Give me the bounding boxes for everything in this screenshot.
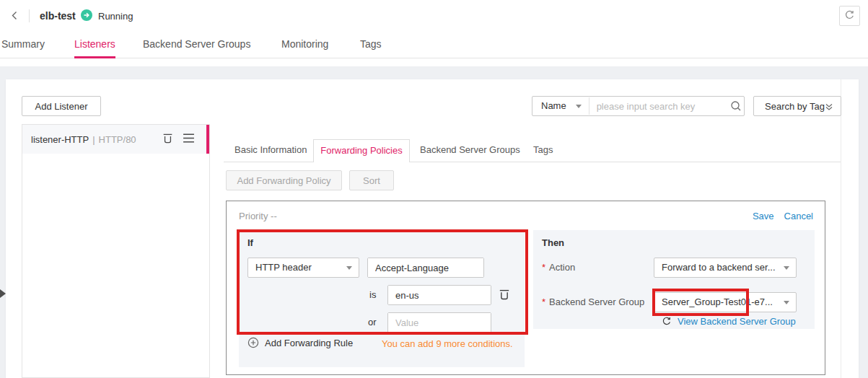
editor-actions: Save Cancel (753, 211, 813, 221)
search-field-select[interactable]: Name (532, 97, 589, 115)
save-button[interactable]: Save (753, 211, 774, 221)
match-value-input[interactable] (388, 286, 491, 304)
then-panel: Then *Action Forward to a backend ser...… (533, 230, 815, 329)
is-label: is (369, 289, 376, 300)
listener-menu-icon[interactable] (183, 133, 195, 146)
then-label: Then (542, 237, 564, 248)
back-button[interactable] (10, 10, 19, 23)
refresh-backend-groups-icon[interactable] (662, 316, 672, 328)
circle-plus-icon (247, 337, 259, 348)
add-forwarding-rule-button[interactable]: Add Forwarding Rule (247, 337, 353, 348)
listener-protocol: HTTP/80 (99, 134, 136, 145)
detail-tab-basic-information[interactable]: Basic Information (234, 144, 307, 155)
caret-down-icon (784, 301, 789, 307)
condition-type-value: HTTP header (255, 262, 312, 273)
header-key-field (367, 258, 484, 278)
main-tabbar: Summary Listeners Backend Server Groups … (0, 32, 868, 58)
caret-down-icon (576, 105, 582, 111)
status-text: Running (98, 11, 133, 22)
match-value-field (387, 285, 491, 305)
double-chevron-down-icon (825, 102, 833, 114)
caret-down-icon (784, 266, 789, 273)
cancel-button[interactable]: Cancel (784, 211, 813, 221)
header-divider (29, 9, 30, 22)
backend-server-group-label: *Backend Server Group (542, 296, 644, 307)
selected-indicator (206, 125, 209, 154)
delete-listener-icon[interactable] (162, 132, 174, 146)
page-title: elb-test (40, 10, 76, 22)
required-marker: * (542, 262, 545, 273)
listener-name: listener-HTTP (31, 134, 89, 145)
priority-label: Priority -- (239, 211, 277, 221)
condition-type-select[interactable]: HTTP header (247, 258, 359, 278)
add-forwarding-rule-label: Add Forwarding Rule (265, 338, 353, 348)
backend-server-group-select[interactable]: Server_Group-Test01-e7... (654, 292, 797, 312)
refresh-icon (844, 9, 855, 22)
or-value-field (387, 312, 491, 333)
listener-list-item[interactable]: listener-HTTP | HTTP/80 (22, 125, 209, 154)
action-value: Forward to a backend ser... (662, 262, 776, 273)
or-label: or (368, 317, 377, 328)
search-field-value: Name (541, 100, 566, 111)
detail-tab-tags[interactable]: Tags (533, 144, 553, 155)
tab-summary[interactable]: Summary (1, 38, 45, 56)
required-marker: * (542, 296, 545, 307)
search-icon[interactable] (728, 100, 744, 112)
delete-rule-icon[interactable] (498, 288, 511, 303)
header-key-input[interactable] (368, 258, 483, 277)
listener-separator: | (92, 134, 95, 145)
status-running-icon (81, 9, 92, 23)
add-forwarding-policy-button[interactable]: Add Forwarding Policy (226, 170, 342, 190)
search-by-tag-label: Search by Tag (765, 101, 825, 112)
listener-list-panel: listener-HTTP | HTTP/80 (22, 124, 210, 378)
sort-button[interactable]: Sort (349, 170, 394, 190)
if-panel: If HTTP header is or (239, 230, 525, 367)
detail-tab-forwarding-policies[interactable]: Forwarding Policies (313, 139, 410, 162)
tab-backend-server-groups[interactable]: Backend Server Groups (143, 38, 250, 56)
panel-expand-arrow-icon[interactable] (0, 289, 10, 298)
conditions-remaining-note: You can add 9 more conditions. (382, 338, 513, 349)
listener-row-actions (162, 132, 201, 146)
search-box: Name (532, 96, 745, 116)
action-label: *Action (542, 262, 575, 273)
elb-listener-page: elb-test Running Summary Listeners Backe… (0, 0, 868, 378)
tab-listeners[interactable]: Listeners (74, 38, 115, 58)
tab-monitoring[interactable]: Monitoring (281, 38, 328, 56)
add-listener-button[interactable]: Add Listener (22, 96, 101, 116)
search-input[interactable] (589, 97, 728, 115)
search-by-tag-button[interactable]: Search by Tag (753, 96, 841, 116)
forwarding-policy-card: Priority -- Save Cancel If HTTP header i… (226, 201, 825, 375)
caret-down-icon (346, 266, 352, 273)
detail-tab-backend-server-groups[interactable]: Backend Server Groups (420, 144, 520, 155)
or-value-input[interactable] (388, 313, 491, 332)
if-label: If (247, 237, 253, 248)
action-select[interactable]: Forward to a backend ser... (654, 258, 797, 278)
view-backend-server-group-link[interactable]: View Backend Server Group (678, 316, 796, 327)
backend-server-group-value: Server_Group-Test01-e7... (662, 296, 773, 307)
content-right-divider (841, 79, 841, 378)
tab-tags[interactable]: Tags (360, 38, 382, 56)
refresh-page-button[interactable] (839, 6, 860, 26)
chevron-left-icon (10, 12, 19, 23)
